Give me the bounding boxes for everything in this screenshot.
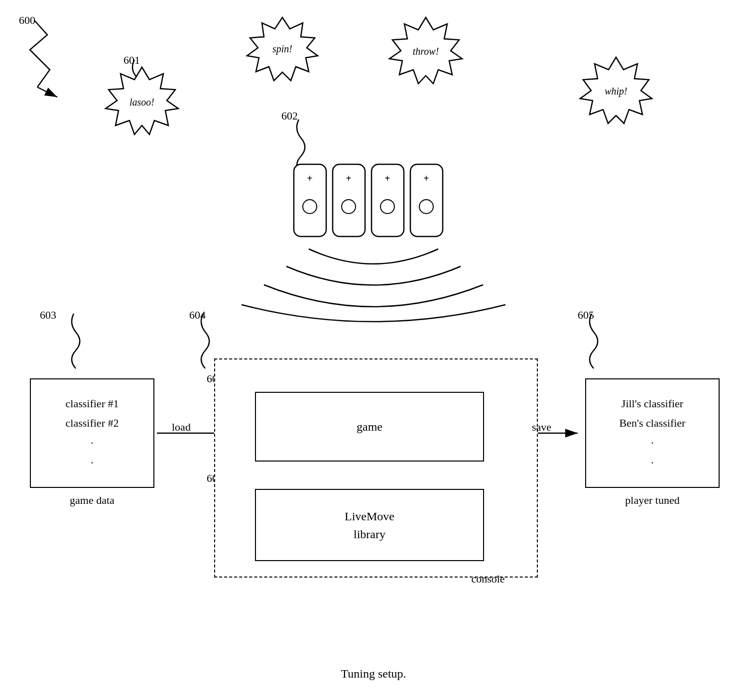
livemove-box: LiveMovelibrary (255, 489, 484, 561)
console-label: console (448, 573, 528, 585)
ref-600-label: 600 (19, 14, 35, 27)
svg-text:lasoo!: lasoo! (129, 97, 154, 108)
starburst-spin: spin! (239, 15, 326, 85)
svg-point-12 (380, 200, 394, 214)
diagram-caption: Tuning setup. (249, 667, 498, 681)
game-data-label: game data (30, 494, 154, 507)
diagram-container: + + + + 600 601 lasoo! spin! (0, 0, 746, 700)
ref-602-label: 602 (281, 110, 298, 122)
svg-line-0 (37, 87, 57, 97)
svg-text:+: + (423, 173, 429, 184)
svg-text:+: + (384, 173, 390, 184)
ref-605-label: 605 (578, 309, 594, 322)
svg-rect-7 (333, 164, 365, 236)
ref-604-label: 604 (189, 309, 206, 322)
game-data-box: classifier #1classifier #2·· (30, 378, 154, 488)
svg-rect-4 (294, 164, 326, 236)
svg-point-15 (419, 200, 433, 214)
load-label: load (172, 421, 191, 434)
svg-rect-13 (410, 164, 443, 236)
svg-rect-10 (372, 164, 404, 236)
starburst-whip: whip! (570, 55, 662, 129)
svg-point-6 (303, 200, 317, 214)
svg-text:spin!: spin! (272, 43, 292, 55)
livemove-box-label: LiveMovelibrary (345, 507, 394, 543)
svg-point-9 (342, 200, 356, 214)
ref-603-label: 603 (40, 309, 56, 322)
game-box-label: game (357, 420, 382, 434)
svg-text:throw!: throw! (413, 46, 439, 57)
svg-text:+: + (346, 173, 351, 184)
console-dashed-box: game LiveMovelibrary (214, 358, 538, 578)
game-box: game (255, 392, 484, 462)
game-data-classifiers: classifier #1classifier #2·· (66, 394, 119, 472)
save-label: save (532, 421, 551, 434)
starburst-throw: throw! (378, 15, 473, 89)
svg-text:+: + (307, 173, 312, 184)
player-tuned-label: player tuned (585, 494, 720, 507)
starburst-lasoo: lasoo! (95, 65, 189, 139)
player-tuned-box: Jill's classifierBen's classifier·· (585, 378, 720, 488)
svg-text:whip!: whip! (605, 86, 627, 97)
player-tuned-classifiers: Jill's classifierBen's classifier·· (620, 394, 686, 472)
